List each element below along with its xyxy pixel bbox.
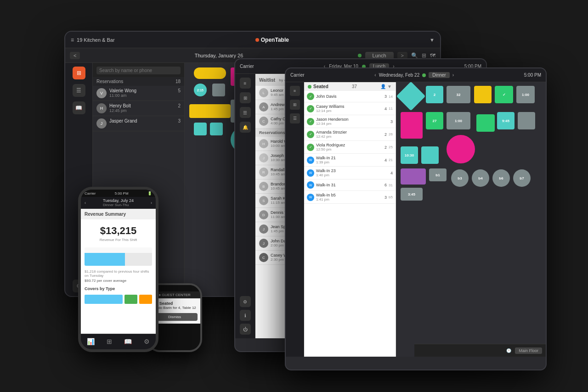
sidebar-list-icon[interactable]: ☰ — [73, 84, 85, 97]
tablet-small-sidebar: ≡ ⊞ ☰ — [286, 82, 304, 357]
floor-table[interactable]: 1:00 — [447, 112, 470, 129]
floor-table[interactable] — [194, 123, 207, 135]
floor-table[interactable]: 10:30 — [401, 146, 418, 164]
walkin-icon: W — [307, 157, 314, 164]
floor-table[interactable]: b6 — [492, 169, 510, 187]
floor-table[interactable] — [476, 114, 495, 132]
phone-nav: ‹ Tuesday, July 24 Dinner Sun-Thu › — [81, 197, 156, 209]
sidebar-icon[interactable]: 🔔 — [240, 122, 251, 133]
sidebar-icon[interactable]: ☰ — [240, 107, 251, 118]
floor-table[interactable] — [401, 168, 426, 185]
floor-table[interactable]: 32 — [447, 86, 470, 103]
floor-table[interactable] — [212, 84, 225, 96]
floor-table[interactable]: b3 — [451, 169, 469, 187]
floor-table[interactable]: 3:45 — [401, 188, 423, 201]
list-item[interactable]: ✓ Amanda Strozier 12:42 pm 2 26 — [304, 128, 396, 141]
revenue-label: Revenue For This Shift — [85, 238, 152, 242]
check-icon: ✓ — [307, 144, 314, 151]
section-reservations: Reservations 18 — [93, 77, 184, 86]
dismiss-button[interactable]: Dismiss — [152, 313, 198, 321]
floor-table[interactable]: b7 — [513, 169, 531, 187]
nav-prev[interactable]: ‹ — [85, 201, 86, 205]
avatar: H — [96, 103, 107, 113]
list-item[interactable]: V Valerie Wong 11:00 am 5 — [93, 86, 184, 101]
tab-chart[interactable]: 📊 — [87, 338, 95, 345]
avatar: J — [259, 153, 268, 162]
floor-table[interactable] — [210, 123, 223, 135]
floor-table[interactable]: b4 — [472, 169, 489, 187]
sidebar-icon[interactable]: ≡ — [240, 78, 251, 89]
tab-book[interactable]: 📖 — [124, 338, 132, 345]
floor-label[interactable]: Main Floor — [515, 347, 542, 354]
sidebar-icon[interactable]: ≡ — [290, 86, 300, 96]
list-item[interactable]: H Henry Bolt 12:45 pm 2 — [93, 101, 184, 116]
tablet-large-header: ≡ 19 Kitchen & Bar OpenTable ▼ — [65, 32, 440, 48]
sidebar-icon[interactable]: ⊞ — [240, 92, 251, 103]
walkin-icon: W — [307, 181, 314, 189]
tablet-small-body: ≡ ⊞ ☰ Seated 37 👤 ▼ ✓ John Davis — [286, 82, 546, 357]
venue-name: 19 Kitchen & Bar — [77, 37, 115, 43]
nav-prev[interactable]: < — [70, 52, 80, 59]
sidebar-icon[interactable]: ☰ — [290, 113, 300, 123]
scene: ≡ 19 Kitchen & Bar OpenTable ▼ < Thursda… — [41, 31, 547, 361]
list-item[interactable]: ✓ Casey Williams 12:14 pm 4 11 — [304, 102, 396, 115]
nav-tab[interactable]: Dinner — [429, 72, 449, 78]
list-item[interactable]: W Walk-In b5 1:41 pm 3 b5 — [304, 191, 396, 204]
check-icon: ✓ — [307, 118, 314, 125]
floor-table[interactable]: 1:00 — [516, 86, 535, 103]
avatar: S — [259, 196, 268, 205]
list-item[interactable]: J Jasper Grand 3 — [93, 116, 184, 131]
floor-table[interactable] — [421, 146, 439, 164]
floor-table[interactable]: 2:15 — [194, 84, 207, 96]
revenue-section: $13,215 Revenue For This Shift — [81, 219, 156, 246]
avatar: L — [259, 88, 268, 97]
nav-date: Wednesday, Feb 22 — [379, 73, 420, 78]
list-item[interactable]: ✓ Viola Rodriguez 12:50 pm 2 25 — [304, 141, 396, 154]
search-input[interactable] — [96, 67, 181, 74]
sidebar-icon[interactable]: ⊞ — [290, 100, 300, 110]
list-item[interactable]: ✓ John Davis 3 14 — [304, 91, 396, 102]
tablet-small: Carrier ‹ Wednesday, Feb 22 Dinner › 5:0… — [285, 67, 547, 370]
floor-table[interactable] — [474, 86, 492, 103]
avatar: J — [96, 118, 107, 129]
sidebar-info[interactable]: ℹ — [240, 310, 251, 321]
avatar: A — [259, 102, 268, 112]
sidebar-gear[interactable]: ⚙ — [240, 296, 251, 307]
carrier-label: Carrier — [240, 64, 254, 69]
list-item[interactable]: ✓ Jason Henderson 12:34 pm 3 — [304, 115, 396, 128]
check-icon: ✓ — [307, 105, 314, 112]
floor-table[interactable]: ✓ — [495, 86, 513, 103]
sidebar-power[interactable]: ⏻ — [240, 324, 251, 335]
tab-floor[interactable]: ⊞ — [107, 338, 112, 345]
floor-table[interactable] — [189, 104, 231, 118]
nav-next[interactable]: › — [151, 201, 152, 205]
tablet-small-header: Carrier ‹ Wednesday, Feb 22 Dinner › 5:0… — [286, 68, 546, 82]
floor-table[interactable]: b1 — [429, 168, 447, 181]
nav-next[interactable]: › — [452, 73, 454, 78]
map-icon[interactable]: 🗺 — [430, 52, 435, 59]
sidebar-book-icon[interactable]: 📖 — [73, 101, 85, 114]
floor-table[interactable] — [401, 112, 423, 139]
grid-icon[interactable]: ⊞ — [422, 52, 426, 59]
bottom-bar: 🕐 Main Floor — [414, 344, 546, 357]
floor-table[interactable]: 27 — [426, 112, 443, 129]
floor-table[interactable] — [396, 82, 426, 111]
floor-table[interactable]: 2 — [426, 86, 443, 103]
revenue-chart — [85, 247, 152, 266]
covers-label: Covers by Type — [81, 285, 156, 293]
floor-table[interactable]: 9:45 — [497, 112, 514, 129]
floor-table[interactable] — [194, 67, 226, 79]
list-item[interactable]: W Walk-In 31 6 31 — [304, 179, 396, 191]
sidebar-floor-icon[interactable]: ⊞ — [73, 67, 85, 79]
tab-settings[interactable]: ⚙ — [144, 338, 150, 345]
floor-table[interactable] — [518, 112, 535, 129]
phone-content: Revenue Summary $13,215 Revenue For This… — [81, 209, 156, 334]
floor-table[interactable] — [447, 135, 475, 163]
revenue-amount: $13,215 — [85, 225, 152, 237]
search-icon[interactable]: 🔍 — [411, 52, 418, 59]
list-item[interactable]: W Walk-In 21 1:39 pm 4 21 — [304, 154, 396, 167]
list-item[interactable]: W Walk-In 23 1:40 pm 4 — [304, 167, 396, 179]
avatar: C — [259, 117, 268, 126]
avatar: J — [259, 239, 268, 248]
nav-prev[interactable]: ‹ — [374, 73, 376, 78]
